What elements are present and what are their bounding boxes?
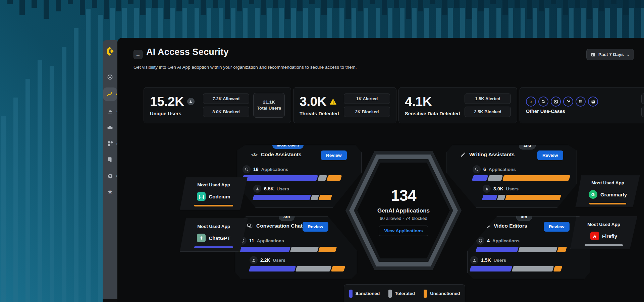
row-value: 18 [253,167,259,172]
review-button[interactable]: Review [537,150,563,160]
rank-badge: 2nd [519,141,536,149]
most-used-app-card-grammarly: Most Used App G Grammarly [576,175,640,207]
sidebar: › › › › ★ [103,40,117,299]
row-label: Applications [492,238,520,243]
shield-icon [476,237,484,245]
row-value: 1.5K [481,257,491,263]
category-name: Video Editors [494,223,527,229]
sidebar-item-discover[interactable] [104,122,116,133]
firefly-icon: A [590,232,599,240]
stat-card-threats: 3.0K Threats Detected 1K Alerted 2K Bloc… [293,87,396,123]
allowed-pill: 7.2K Allowed [203,94,249,104]
time-range-label: Past 7 Days [598,52,624,57]
time-range-dropdown[interactable]: Past 7 Days ⌄ [586,49,634,60]
codeium-icon: {..} [197,192,206,201]
row-label: Users [277,186,289,191]
chat-icon [247,223,253,229]
total-users-box: 21.1K Total Users [253,93,285,118]
list-icon [576,97,586,107]
sanctioned-swatch [349,290,353,298]
prisma-logo-icon[interactable] [104,46,116,57]
stat-value: 15.2K [150,94,184,109]
tolerated-swatch [388,290,392,298]
calendar-icon [588,97,598,107]
stat-card-sensitive-data: 4.1K Sensitive Data Detected 1.5K Alerte… [398,87,517,123]
genai-hexagon: 134 GenAI Applications 60 allowed - 74 b… [345,151,462,270]
users-stacked-bar [249,266,350,271]
most-used-app-title: Most Used App [591,180,624,185]
alerted-pill: 1.5K Alerted [465,94,511,104]
row-value: 6 [483,167,486,172]
row-label: Applications [261,167,288,172]
row-value: 4 [487,238,490,243]
app-name: Codeium [209,194,230,199]
sidebar-item-radar[interactable] [104,71,116,83]
blocked-pill: 2K Blocked [344,107,390,117]
rank-badge: 4th [516,213,532,221]
main-panel: ← AI Access Security Get visibility into… [117,38,644,302]
total-value: 21.1K [263,99,275,105]
most-used-app-card-firefly: Most Used App A Firefly [570,217,637,249]
blocked-pill: 2.5K Blocked [465,107,511,117]
back-button[interactable]: ← [133,50,143,59]
applications-stacked-bar [472,175,572,181]
users-pill: 2K Users [641,107,644,117]
users-stacked-bar [482,195,562,200]
app-underline [589,203,626,204]
sidebar-item-reports[interactable] [104,154,116,165]
category-name: Code Assistants [261,152,302,158]
search-icon [538,97,548,107]
total-label: Total Users [257,105,281,111]
category-name: Conversation Chats [256,223,305,229]
row-label: Applications [257,238,284,243]
shield-icon [473,165,481,173]
users-stacked-bar [253,195,333,200]
grammarly-icon: G [589,190,597,199]
app-underline [194,246,233,248]
applications-stacked-bar [242,175,342,181]
user-icon [253,185,261,193]
row-label: Users [506,186,519,191]
stat-label: Threats Detected [300,111,339,116]
rank-badge: 3rd [279,213,294,221]
back-arrow-icon: ← [136,52,141,57]
legend: Sanctioned Tolerated Unsanctioned [344,284,465,302]
view-applications-button[interactable]: View Applications [379,226,429,236]
video-icon [484,224,490,228]
genai-total-label: GenAI Applications [377,207,430,214]
stat-value: 4.1K [405,94,432,109]
sidebar-item-settings[interactable]: › [104,170,116,181]
category-card-conversation-chats: 3rd Conversation Chats Review 11 Applica… [235,216,357,279]
row-value: 6.5K [264,186,274,191]
row-value: 11 [249,238,254,243]
page-title: AI Access Security [146,47,229,57]
alerted-pill: 1K Alerted [344,94,390,104]
row-label: Users [494,258,506,263]
most-used-app-title: Most Used App [197,224,230,229]
row-label: Users [273,258,286,263]
review-button[interactable]: Review [321,150,347,160]
user-icon [187,98,195,105]
app-name: Grammarly [600,192,627,197]
stat-label: Sensitive Data Detected [405,111,460,116]
users-stacked-bar [470,266,565,271]
stat-card-unique-users: 15.2K Unique Users 7.2K Allowed 8.0K Blo… [144,87,291,123]
sidebar-item-apps[interactable]: › [104,138,116,149]
sidebar-item-alerts[interactable]: › [104,106,116,117]
category-name: Writing Assistants [469,152,515,158]
user-icon [250,256,258,264]
review-button[interactable]: Review [544,222,570,232]
app-underline [585,244,623,246]
review-button[interactable]: Review [303,222,328,232]
stat-card-other-use-cases: ♪ Other Use-Cases 95 Applications 2K Use… [520,87,644,123]
page-subtitle: Get visibility into Gen AI App adoption … [133,65,357,70]
row-value: 2.2K [260,257,270,263]
row-value: 3.0K [493,186,503,191]
blocked-pill: 8.0K Blocked [203,107,249,117]
calendar-icon [591,52,596,57]
app-underline [194,205,233,206]
stat-label: Other Use-Cases [526,109,598,114]
sidebar-item-favorites[interactable]: ★ [104,186,116,197]
sidebar-item-insights[interactable]: › [103,87,117,101]
category-card-code-assistants: Most Users </> Code Assistants Review 18… [237,145,362,208]
